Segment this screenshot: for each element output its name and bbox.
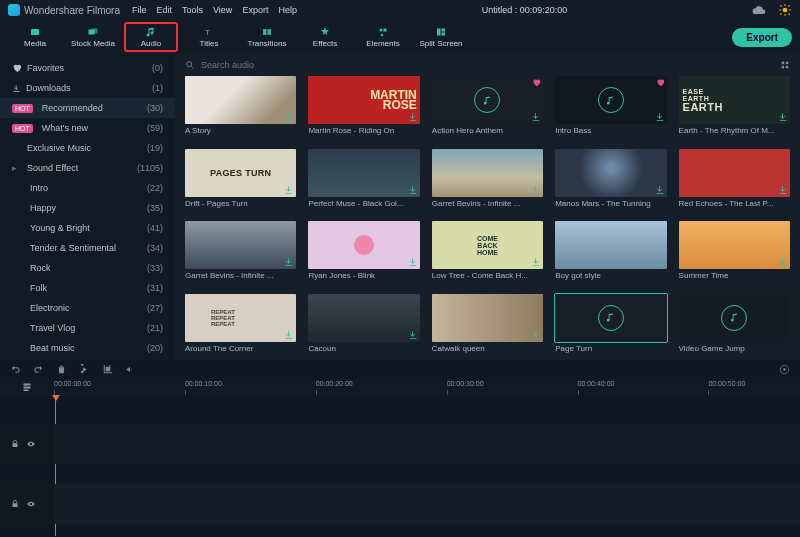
audio-thumbnail[interactable]: [555, 76, 666, 124]
search-input[interactable]: [201, 60, 774, 70]
tab-audio[interactable]: Audio: [124, 22, 178, 52]
audio-thumbnail[interactable]: [679, 221, 790, 269]
audio-thumbnail[interactable]: [185, 76, 296, 124]
audio-thumbnail[interactable]: EASEEARTHEARTH: [679, 76, 790, 124]
tab-stock-media[interactable]: Stock Media: [66, 22, 120, 52]
audio-thumbnail[interactable]: MARTINROSE: [308, 76, 419, 124]
timeline-ruler[interactable]: 00:00:00:0000:00:10:0000:00:20:0000:00:3…: [0, 378, 800, 396]
svg-line-5: [780, 5, 781, 6]
audio-card[interactable]: MARTINROSEMartin Rose - Riding On: [308, 76, 419, 139]
audio-card[interactable]: COMEBACKHOMELow Tree - Come Back H...: [432, 221, 543, 284]
tab-media[interactable]: Media: [8, 22, 62, 52]
sidebar-item-jazz[interactable]: Jazz(13): [0, 358, 175, 360]
menu-help[interactable]: Help: [278, 5, 297, 15]
crop-icon[interactable]: [102, 364, 113, 375]
sidebar-item-happy[interactable]: Happy(35): [0, 198, 175, 218]
sidebar-item-sound-effect[interactable]: ▸Sound Effect(1105): [0, 158, 175, 178]
menu-view[interactable]: View: [213, 5, 232, 15]
audio-thumbnail[interactable]: [185, 221, 296, 269]
audio-card[interactable]: A Story: [185, 76, 296, 139]
delete-icon[interactable]: [56, 364, 67, 375]
tab-elements[interactable]: Elements: [356, 22, 410, 52]
audio-card[interactable]: Page Turn: [555, 294, 666, 357]
menu-edit[interactable]: Edit: [156, 5, 172, 15]
sidebar-item-beat-music[interactable]: Beat music(20): [0, 338, 175, 358]
sidebar-item-favorites[interactable]: Favorites(0): [0, 58, 175, 78]
audio-thumbnail[interactable]: COMEBACKHOME: [432, 221, 543, 269]
sun-icon[interactable]: [778, 3, 792, 17]
eye-icon[interactable]: [26, 499, 36, 509]
eye-icon[interactable]: [26, 439, 36, 449]
audio-label: Page Turn: [555, 344, 666, 353]
audio-card[interactable]: EASEEARTHEARTHEarth - The Rhythm Of M...: [679, 76, 790, 139]
audio-card[interactable]: Cacoun: [308, 294, 419, 357]
audio-label: Perfect Muse - Black Gol...: [308, 199, 419, 208]
audio-thumbnail[interactable]: [432, 294, 543, 342]
playback-icon[interactable]: [779, 364, 790, 375]
audio-thumbnail[interactable]: [555, 294, 666, 342]
ruler-tick: 00:00:20:00: [316, 380, 353, 387]
audio-card[interactable]: Ryan Jones - Blink: [308, 221, 419, 284]
sidebar-item-folk[interactable]: Folk(31): [0, 278, 175, 298]
audio-card[interactable]: Manos Mars - The Tunning: [555, 149, 666, 212]
video-track-1[interactable]: [0, 424, 800, 464]
tab-titles[interactable]: TTitles: [182, 22, 236, 52]
audio-card[interactable]: Catwalk queen: [432, 294, 543, 357]
audio-thumbnail[interactable]: [432, 76, 543, 124]
audio-thumbnail[interactable]: REPEATREPEATREPEAT: [185, 294, 296, 342]
sidebar-item-recommended[interactable]: HOTRecommended(30): [0, 98, 175, 118]
audio-card[interactable]: Boy got style: [555, 221, 666, 284]
sidebar-item-young-bright[interactable]: Young & Bright(41): [0, 218, 175, 238]
audio-thumbnail[interactable]: PAGES TURN: [185, 149, 296, 197]
svg-rect-21: [786, 62, 789, 64]
lock-icon[interactable]: [10, 499, 20, 509]
video-track-2[interactable]: [0, 484, 800, 524]
audio-card[interactable]: Garret Bevins - Infinite ...: [185, 221, 296, 284]
sidebar-item-travel-vlog[interactable]: Travel Vlog(21): [0, 318, 175, 338]
audio-card[interactable]: Action Hero Anthem: [432, 76, 543, 139]
audio-thumbnail[interactable]: [555, 221, 666, 269]
audio-card[interactable]: Perfect Muse - Black Gol...: [308, 149, 419, 212]
sidebar-item-electronic[interactable]: Electronic(27): [0, 298, 175, 318]
app-logo-block: Wondershare Filmora: [8, 4, 120, 16]
tab-transitions[interactable]: Transitions: [240, 22, 294, 52]
timeline[interactable]: [0, 396, 800, 537]
sidebar-item-intro[interactable]: Intro(22): [0, 178, 175, 198]
audio-card[interactable]: Summer Time: [679, 221, 790, 284]
audio-card[interactable]: PAGES TURNDrift - Pages Turn: [185, 149, 296, 212]
audio-adjust-icon[interactable]: [125, 364, 136, 375]
audio-label: Martin Rose - Riding On: [308, 126, 419, 135]
audio-thumbnail[interactable]: [679, 149, 790, 197]
undo-icon[interactable]: [10, 364, 21, 375]
sidebar-item-exclusive-music[interactable]: Exclusive Music(19): [0, 138, 175, 158]
sidebar-item-rock[interactable]: Rock(33): [0, 258, 175, 278]
menu-export[interactable]: Export: [242, 5, 268, 15]
audio-thumbnail[interactable]: [555, 149, 666, 197]
audio-thumbnail[interactable]: [308, 294, 419, 342]
tab-split-screen[interactable]: Split Screen: [414, 22, 468, 52]
audio-thumbnail[interactable]: [432, 149, 543, 197]
audio-thumbnail[interactable]: [679, 294, 790, 342]
audio-card[interactable]: REPEATREPEATREPEATAround The Corner: [185, 294, 296, 357]
redo-icon[interactable]: [33, 364, 44, 375]
sidebar-item-what-s-new[interactable]: HOTWhat's new(59): [0, 118, 175, 138]
svg-line-8: [780, 14, 781, 15]
lock-icon[interactable]: [10, 439, 20, 449]
menu-tools[interactable]: Tools: [182, 5, 203, 15]
audio-thumbnail[interactable]: [308, 221, 419, 269]
menu-file[interactable]: File: [132, 5, 147, 15]
svg-text:T: T: [205, 28, 210, 37]
tab-effects[interactable]: Effects: [298, 22, 352, 52]
audio-thumbnail[interactable]: [308, 149, 419, 197]
audio-card[interactable]: Video Game Jump: [679, 294, 790, 357]
audio-card[interactable]: Intro Bass: [555, 76, 666, 139]
view-grid-icon[interactable]: [780, 60, 790, 70]
sidebar-item-downloads[interactable]: Downloads(1): [0, 78, 175, 98]
audio-card[interactable]: Red Echoes - The Last P...: [679, 149, 790, 212]
export-button[interactable]: Export: [732, 28, 792, 47]
split-icon[interactable]: [79, 364, 90, 375]
timeline-align-icon[interactable]: [0, 381, 54, 393]
cloud-icon[interactable]: [752, 3, 766, 17]
audio-card[interactable]: Garret Bevins - Infinite ...: [432, 149, 543, 212]
sidebar-item-tender-sentimental[interactable]: Tender & Sentimental(34): [0, 238, 175, 258]
